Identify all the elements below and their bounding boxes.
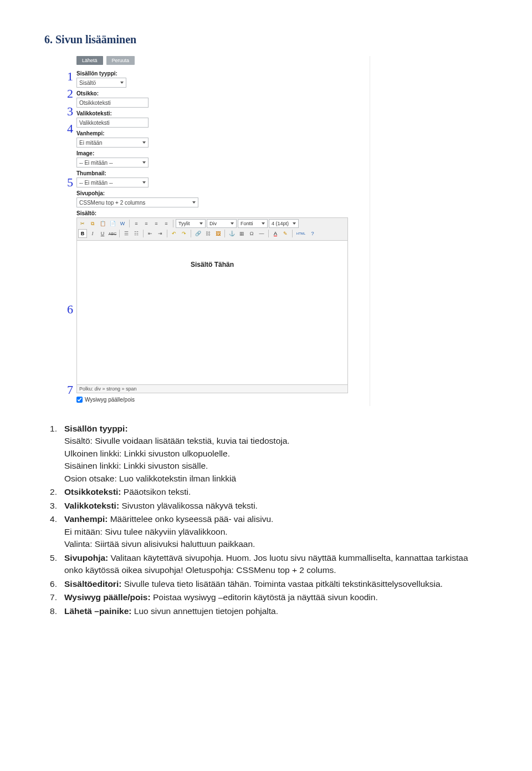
list-item: Sivupohja: Valitaan käytettävä sivupohja… xyxy=(61,552,488,577)
help-icon[interactable]: ? xyxy=(308,229,317,238)
image-select[interactable]: -- Ei mitään -- xyxy=(76,158,149,168)
html-button[interactable]: HTML xyxy=(295,229,307,238)
menutext-input[interactable]: Valikkoteksti xyxy=(76,118,149,128)
unlink-icon[interactable]: ⛓ xyxy=(203,229,212,238)
list-item: Lähetä –painike: Luo sivun annettujen ti… xyxy=(61,605,488,617)
description-list: Sisällön tyyppi: Sisältö: Sivulle voidaa… xyxy=(50,423,488,617)
outdent-icon[interactable]: ⇤ xyxy=(146,229,155,238)
editor-toolbar: ✂ ⧉ 📋 📄 W ≡ ≡ ≡ ≡ Tyylit Div Fontti 4 (1… xyxy=(76,217,348,241)
menutext-label: Valikkoteksti: xyxy=(76,110,370,116)
thumbnail-select[interactable]: -- Ei mitään -- xyxy=(76,177,149,187)
editor-body[interactable]: Sisältö Tähän xyxy=(76,241,348,385)
italic-button[interactable]: I xyxy=(88,229,97,238)
title-input[interactable]: Otsikkoteksti xyxy=(76,98,149,108)
thumbnail-label: Thumbnail: xyxy=(76,170,370,176)
anchor-icon[interactable]: ⚓ xyxy=(227,229,236,238)
align-center-icon[interactable]: ≡ xyxy=(142,219,151,228)
hr-icon[interactable]: — xyxy=(257,229,266,238)
table-icon[interactable]: ▦ xyxy=(237,229,246,238)
image-icon[interactable]: 🖼 xyxy=(213,229,222,238)
content-type-select[interactable]: Sisältö xyxy=(76,78,126,88)
template-label: Sivupohja: xyxy=(76,190,370,196)
wysiwyg-toggle[interactable] xyxy=(76,397,83,403)
indent-icon[interactable]: ⇥ xyxy=(156,229,165,238)
underline-button[interactable]: U xyxy=(98,229,107,238)
screenshot: 1 2 3 4 5 6 7 Lähetä Peruuta Sisällön ty… xyxy=(61,56,488,406)
list-item: Otsikkoteksti: Pääotsikon teksti. xyxy=(61,486,488,498)
template-select[interactable]: CSSMenu top + 2 columns xyxy=(76,197,198,207)
link-icon[interactable]: 🔗 xyxy=(193,229,202,238)
image-label: Image: xyxy=(76,150,370,156)
redo-icon[interactable]: ↷ xyxy=(180,229,188,238)
bgcolor-icon[interactable]: ✎ xyxy=(281,229,290,238)
ul-icon[interactable]: ☰ xyxy=(122,229,131,238)
paste-text-icon[interactable]: 📄 xyxy=(108,219,117,228)
callout-numbers: 1 2 3 4 5 6 7 xyxy=(61,56,76,401)
parent-select[interactable]: Ei mitään xyxy=(76,138,149,148)
form-panel: Lähetä Peruuta Sisällön tyyppi: Sisältö … xyxy=(76,56,370,406)
ol-icon[interactable]: ☷ xyxy=(132,229,141,238)
content-label: Sisältö: xyxy=(76,210,370,216)
paste-icon[interactable]: 📋 xyxy=(98,219,107,228)
list-item: Vanhempi: Määrittelee onko kyseessä pää-… xyxy=(61,513,488,550)
title-label: Otsikko: xyxy=(76,90,370,97)
editor-pathbar: Polku: div » strong » span xyxy=(76,385,348,393)
fontsize-select[interactable]: 4 (14pt) xyxy=(269,219,299,228)
parent-label: Vanhempi: xyxy=(76,130,370,136)
list-item: Sisällön tyyppi: Sisältö: Sivulle voidaa… xyxy=(61,423,488,485)
font-select[interactable]: Fontti xyxy=(238,219,268,228)
bold-button[interactable]: B xyxy=(78,229,87,238)
list-item: Sisältöeditori: Sivulle tuleva tieto lis… xyxy=(61,578,488,590)
align-left-icon[interactable]: ≡ xyxy=(132,219,141,228)
textcolor-icon[interactable]: A xyxy=(271,229,280,238)
wysiwyg-label: Wysiwyg päälle/pois xyxy=(85,397,135,403)
undo-icon[interactable]: ↶ xyxy=(170,229,178,238)
paste-word-icon[interactable]: W xyxy=(118,219,127,228)
content-type-label: Sisällön tyyppi: xyxy=(76,70,370,77)
section-heading: 6. Sivun lisääminen xyxy=(44,33,488,46)
align-right-icon[interactable]: ≡ xyxy=(152,219,161,228)
cut-icon[interactable]: ✂ xyxy=(78,219,87,228)
omega-icon[interactable]: Ω xyxy=(247,229,256,238)
align-justify-icon[interactable]: ≡ xyxy=(162,219,171,228)
strike-button[interactable]: ABC xyxy=(108,229,117,238)
list-item: Valikkoteksti: Sivuston ylävalikossa näk… xyxy=(61,500,488,512)
list-item: Wysiwyg päälle/pois: Poistaa wysiwyg –ed… xyxy=(61,591,488,603)
cancel-button[interactable]: Peruuta xyxy=(106,56,135,65)
submit-button[interactable]: Lähetä xyxy=(76,56,103,65)
copy-icon[interactable]: ⧉ xyxy=(88,219,97,228)
block-select[interactable]: Div xyxy=(207,219,237,228)
style-select[interactable]: Tyylit xyxy=(176,219,206,228)
